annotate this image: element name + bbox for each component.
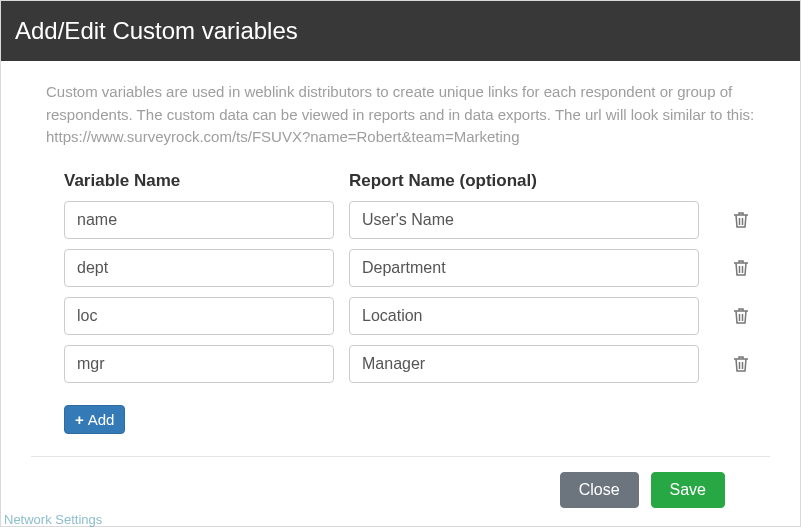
variable-row (64, 249, 755, 287)
variable-row (64, 297, 755, 335)
delete-row-button[interactable] (731, 306, 751, 326)
trash-icon (733, 355, 749, 373)
column-headers: Variable Name Report Name (optional) (64, 171, 755, 191)
modal-body: Custom variables are used in weblink dis… (1, 61, 800, 456)
plus-icon: + (75, 411, 84, 428)
delete-row-button[interactable] (731, 354, 751, 374)
trash-icon (733, 211, 749, 229)
variables-section: Variable Name Report Name (optional) (46, 171, 755, 434)
trash-icon (733, 307, 749, 325)
header-report-name: Report Name (optional) (349, 171, 755, 191)
variable-name-input[interactable] (64, 297, 334, 335)
save-button[interactable]: Save (651, 472, 725, 508)
modal-title: Add/Edit Custom variables (15, 17, 298, 44)
delete-row-button[interactable] (731, 258, 751, 278)
modal-header: Add/Edit Custom variables (1, 1, 800, 61)
variable-name-input[interactable] (64, 345, 334, 383)
report-name-input[interactable] (349, 249, 699, 287)
variable-row (64, 201, 755, 239)
variable-row (64, 345, 755, 383)
add-button-label: Add (88, 411, 115, 428)
trash-icon (733, 259, 749, 277)
close-button[interactable]: Close (560, 472, 639, 508)
modal-footer: Close Save (31, 456, 770, 526)
report-name-input[interactable] (349, 345, 699, 383)
variable-name-input[interactable] (64, 249, 334, 287)
modal-add-edit-custom-variables: Add/Edit Custom variables Custom variabl… (0, 0, 801, 527)
header-variable-name: Variable Name (64, 171, 349, 191)
delete-row-button[interactable] (731, 210, 751, 230)
add-button[interactable]: + Add (64, 405, 125, 434)
variable-name-input[interactable] (64, 201, 334, 239)
modal-description: Custom variables are used in weblink dis… (46, 81, 755, 149)
report-name-input[interactable] (349, 201, 699, 239)
background-hint: Network Settings (4, 512, 102, 527)
report-name-input[interactable] (349, 297, 699, 335)
